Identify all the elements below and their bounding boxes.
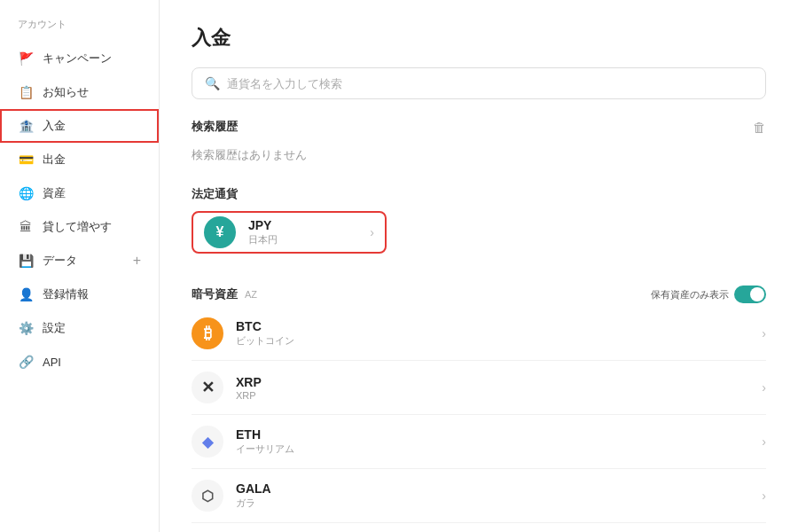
gala-chevron-icon: › xyxy=(762,489,766,503)
btc-sub: ビットコイン xyxy=(236,334,749,348)
sidebar-item-settings[interactable]: ⚙️ 設定 xyxy=(0,311,159,345)
sidebar-item-label-lend: 貸して増やす xyxy=(43,219,112,235)
btc-chevron-icon: › xyxy=(762,326,766,340)
xrp-sub: XRP xyxy=(236,390,749,401)
sidebar-item-news[interactable]: 📋 お知らせ xyxy=(0,75,159,109)
gala-icon: ⬡ xyxy=(192,480,223,512)
search-input[interactable] xyxy=(227,77,753,90)
xrp-chevron-icon: › xyxy=(762,380,766,395)
jpy-name: JPY xyxy=(248,218,374,232)
btc-item[interactable]: ₿ BTC ビットコイン › xyxy=(192,307,766,361)
jpy-chevron-icon: › xyxy=(370,225,374,239)
gala-item[interactable]: ⬡ GALA ガラ › xyxy=(192,469,766,523)
btc-info: BTC ビットコイン xyxy=(236,319,749,348)
sidebar-item-label-data: データ xyxy=(43,253,77,269)
crypto-section: 暗号資産 AZ 保有資産のみ表示 ₿ BTC ビットコイン › ✕ XRP XR… xyxy=(192,286,766,532)
search-history-header: 検索履歴 🗑 xyxy=(192,119,766,135)
page-title: 入金 xyxy=(192,25,766,51)
crypto-title: 暗号資産 xyxy=(192,286,238,302)
news-icon: 📋 xyxy=(18,84,34,100)
eth-name: ETH xyxy=(236,427,749,442)
sidebar-item-label-settings: 設定 xyxy=(43,320,66,336)
sidebar-item-label-profile: 登録情報 xyxy=(43,286,89,302)
sidebar-item-lend[interactable]: 🏛 貸して増やす xyxy=(0,210,159,244)
crypto-title-wrap: 暗号資産 AZ xyxy=(192,286,257,302)
main-content: 入金 🔍 検索履歴 🗑 検索履歴はありません 法定通貨 ¥ JPY 日本円 › … xyxy=(160,0,798,532)
fiat-title: 法定通貨 xyxy=(192,186,766,202)
withdraw-icon: 💳 xyxy=(18,152,34,168)
sidebar-section-title: アカウント xyxy=(0,18,159,42)
sidebar: アカウント 🚩 キャンペーン 📋 お知らせ 🏦 入金 💳 出金 🌐 資産 🏛 貸… xyxy=(0,0,160,532)
jpy-icon: ¥ xyxy=(204,216,236,248)
eth-chevron-icon: › xyxy=(762,434,766,449)
sidebar-item-label-api: API xyxy=(43,356,61,369)
campaign-icon: 🚩 xyxy=(18,51,34,66)
data-icon: 💾 xyxy=(18,253,34,269)
search-bar[interactable]: 🔍 xyxy=(192,67,766,99)
eth-sub: イーサリアム xyxy=(236,442,749,456)
assets-icon: 🌐 xyxy=(18,185,34,201)
jpy-sub: 日本円 xyxy=(248,233,374,246)
xrp-info: XRP XRP xyxy=(236,375,749,401)
crypto-header: 暗号資産 AZ 保有資産のみ表示 xyxy=(192,286,766,303)
eth-item[interactable]: ◆ ETH イーサリアム › xyxy=(192,415,766,469)
fiat-section: 法定通貨 ¥ JPY 日本円 › xyxy=(192,186,766,270)
jpy-item[interactable]: ¥ JPY 日本円 › xyxy=(192,211,387,254)
rndr-item[interactable]: ● RNDR レンダートークン › xyxy=(192,523,766,532)
api-icon: 🔗 xyxy=(18,354,34,370)
search-history-section: 検索履歴 🗑 検索履歴はありません xyxy=(192,119,766,167)
toggle-wrap: 保有資産のみ表示 xyxy=(651,286,766,303)
toggle-label: 保有資産のみ表示 xyxy=(651,288,729,301)
search-icon: 🔍 xyxy=(205,76,220,90)
sidebar-item-api[interactable]: 🔗 API xyxy=(0,345,159,379)
btc-icon: ₿ xyxy=(192,317,223,349)
no-history-message: 検索履歴はありません xyxy=(192,144,766,167)
eth-icon: ◆ xyxy=(192,426,223,458)
sidebar-item-label-assets: 資産 xyxy=(43,185,66,201)
crypto-subtitle: AZ xyxy=(245,289,257,300)
lend-icon: 🏛 xyxy=(18,219,34,235)
profile-icon: 👤 xyxy=(18,286,34,302)
sidebar-item-profile[interactable]: 👤 登録情報 xyxy=(0,278,159,311)
eth-info: ETH イーサリアム xyxy=(236,427,749,456)
sidebar-item-label-withdraw: 出金 xyxy=(43,152,66,168)
btc-name: BTC xyxy=(236,319,749,333)
sidebar-item-label-news: お知らせ xyxy=(43,84,89,100)
deposit-icon: 🏦 xyxy=(18,118,34,134)
sidebar-item-data[interactable]: 💾 データ + xyxy=(0,244,159,278)
settings-icon: ⚙️ xyxy=(18,320,34,336)
xrp-icon: ✕ xyxy=(192,372,223,403)
search-history-title: 検索履歴 xyxy=(192,119,238,135)
gala-sub: ガラ xyxy=(236,497,749,510)
assets-only-toggle[interactable] xyxy=(734,286,766,303)
plus-icon: + xyxy=(133,253,141,269)
sidebar-item-label-campaign: キャンペーン xyxy=(43,51,112,66)
sidebar-item-campaign[interactable]: 🚩 キャンペーン xyxy=(0,42,159,75)
xrp-item[interactable]: ✕ XRP XRP › xyxy=(192,361,766,415)
jpy-info: JPY 日本円 xyxy=(248,218,374,246)
gala-name: GALA xyxy=(236,481,749,496)
gala-info: GALA ガラ xyxy=(236,481,749,510)
xrp-name: XRP xyxy=(236,375,749,389)
sidebar-item-deposit[interactable]: 🏦 入金 xyxy=(0,109,159,143)
trash-icon[interactable]: 🗑 xyxy=(753,120,766,135)
sidebar-item-assets[interactable]: 🌐 資産 xyxy=(0,176,159,210)
sidebar-item-label-deposit: 入金 xyxy=(43,118,66,134)
sidebar-item-withdraw[interactable]: 💳 出金 xyxy=(0,143,159,176)
